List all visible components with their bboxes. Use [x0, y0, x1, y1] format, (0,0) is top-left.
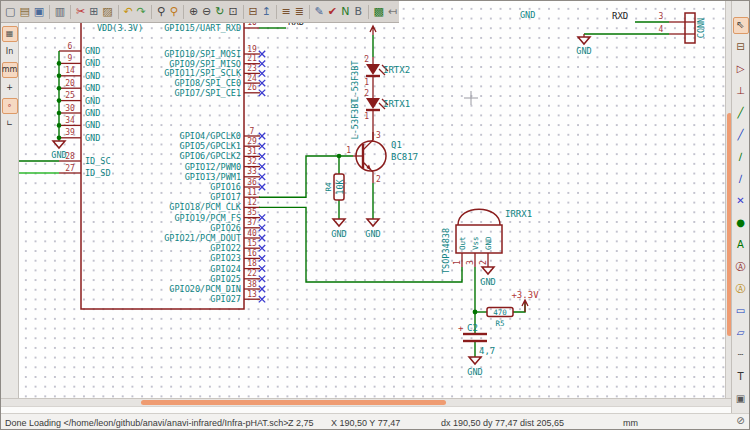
power-33v[interactable]: +3.3V [511, 290, 539, 312]
undo-button[interactable]: ↶ [122, 3, 133, 21]
place-graphic-line-button[interactable]: ┄ [733, 347, 749, 364]
bus-to-bus-entry-button[interactable]: ∕ [733, 171, 749, 188]
place-hierarchical-label-icon: Ⓐ [736, 281, 746, 297]
paste-button[interactable]: ▨ [101, 3, 113, 21]
pin-number-9: 9 [68, 54, 73, 63]
place-text-button[interactable]: T [733, 369, 749, 386]
zoom-fit-button[interactable]: ⊡ [228, 3, 239, 21]
place-hierarchical-sheet-icon: ▭ [736, 303, 745, 319]
highlight-net-button[interactable]: ⊟ [733, 39, 749, 56]
annotate-schematic-icon: ✎ [315, 4, 324, 20]
pin-number-19: 19 [247, 45, 257, 54]
zoom-redraw-button[interactable]: ↻ [214, 3, 225, 21]
run-pcbnew-button[interactable]: ▩ [372, 3, 384, 21]
open-schematic-button[interactable]: ▤ [18, 3, 30, 21]
find-replace-button[interactable]: ⚲ [168, 3, 179, 21]
pin-number-18: 18 [247, 259, 257, 268]
zoom-in-button[interactable]: ⊕ [188, 3, 199, 21]
place-power-port-button[interactable]: ⊥ [733, 83, 749, 100]
power-gnd-c2[interactable]: GND [467, 357, 482, 377]
cursor-tool-button[interactable]: ⇖ [733, 17, 749, 34]
component-r4-resistor[interactable]: R4 10K [324, 174, 345, 200]
annotate-schematic-button[interactable]: ✎ [314, 3, 325, 21]
schematic-canvas[interactable]: VDD(3.3V) GPIO15/UART_RXD 10 6GND9GND14G… [19, 1, 725, 398]
copy-button[interactable]: ⊞ [88, 3, 99, 21]
redo-button[interactable]: ↷ [136, 3, 147, 21]
component-rpi-header[interactable]: VDD(3.3V) GPIO15/UART_RXD 10 6GND9GND14G… [57, 11, 266, 309]
library-editor-button[interactable]: ≡ [280, 3, 291, 21]
wire-to-bus-entry-button[interactable]: ∕ [733, 149, 749, 166]
back-import-button[interactable]: ↤ [387, 3, 398, 21]
place-bus-button[interactable]: ╱ [733, 127, 749, 144]
power-gnd-irrx[interactable]: GND [480, 267, 495, 287]
component-irtx2-led[interactable]: 2 1 IRTX2 L-53F3BT [350, 55, 410, 101]
erc-check-button[interactable]: ✔ [327, 3, 338, 21]
bus-to-bus-entry-icon: ∕ [739, 171, 742, 187]
pin-number-15: 15 [247, 239, 257, 248]
pin-number-26: 26 [247, 83, 257, 92]
pin-name-35: GPIO19/PCM_FS [174, 213, 241, 223]
component-c2-capacitor[interactable]: + C2 4,7 [458, 323, 495, 356]
library-browser-button[interactable]: ≣ [294, 3, 305, 21]
place-global-label-button[interactable]: Ⓐ [733, 259, 749, 276]
pin-number-13: 13 [247, 290, 257, 299]
generate-netlist-button[interactable]: N [340, 3, 351, 21]
cut-icon: ✂ [76, 4, 85, 20]
place-image-button[interactable]: ▣ [733, 391, 749, 408]
horizontal-scrollbar-thumb[interactable] [141, 400, 446, 405]
zoom-out-button[interactable]: ⊖ [201, 3, 212, 21]
transistor-value: BC817 [391, 152, 418, 162]
toggle-grid-button[interactable]: ▦ [2, 26, 18, 42]
pin-name-24: GPIO8/SPI_CE0 [174, 78, 241, 88]
transistor-ref: Q1 [391, 140, 402, 150]
save-button[interactable]: ▣ [33, 3, 45, 21]
irrx-pin-vss: Vss [471, 236, 480, 250]
component-conn[interactable]: GND RXD 3 4 CONN [520, 10, 706, 43]
new-schematic-button[interactable]: ▢ [4, 3, 16, 21]
no-connect-flag-button[interactable]: ✕ [733, 193, 749, 210]
crosshair-cursor [464, 91, 478, 105]
units-inches-button[interactable]: In [2, 44, 18, 60]
show-hidden-pins-button[interactable]: ∘ [2, 98, 18, 114]
status-zoom: Z 2,75 [288, 418, 314, 428]
cut-button[interactable]: ✂ [75, 3, 86, 21]
toolbar-separator [243, 5, 244, 19]
pin-name-gnd: GND [85, 83, 100, 93]
irrx-dome [458, 209, 500, 225]
bill-of-materials-button[interactable]: B [353, 3, 364, 21]
leave-sheet-button[interactable]: ↥ [261, 3, 272, 21]
power-gnd-r4[interactable]: GND [331, 219, 346, 239]
place-wire-button[interactable]: ╱ [733, 105, 749, 122]
junction-dot [473, 310, 478, 315]
schematic-drawing[interactable]: VDD(3.3V) GPIO15/UART_RXD 10 6GND9GND14G… [19, 1, 725, 398]
find-button[interactable]: ⚲ [155, 3, 166, 21]
place-text-icon: T [737, 369, 743, 385]
component-irrx1-receiver[interactable]: IRRX1 TSOP34838 Out Vss GND 1 3 2 [441, 209, 532, 274]
component-r5-resistor[interactable]: 470 R5 [487, 308, 513, 329]
status-bar: Done Loading </home/leon/github/anavi/an… [1, 413, 750, 430]
orthogonal-wires-button[interactable]: ∟ [2, 116, 18, 132]
pin-name-33: GPIO13/PWM1 [185, 172, 241, 182]
horizontal-scrollbar[interactable] [1, 398, 733, 406]
print-button[interactable]: ▥ [54, 3, 66, 21]
delete-item-button[interactable]: ⊘ [733, 413, 749, 430]
options-toolbar: ▦Inmm+∘∟ [1, 1, 19, 398]
gnd-text: GND [480, 277, 495, 287]
power-gnd-conn[interactable]: GND [576, 34, 591, 56]
navigate-hierarchy-button[interactable]: ⊟ [247, 3, 258, 21]
place-hierarchical-sheet-button[interactable]: ▭ [733, 303, 749, 320]
cursor-shape-button[interactable]: + [2, 80, 18, 96]
power-gnd-emitter[interactable]: GND [365, 219, 380, 239]
ic-pin-name-vdd: VDD(3.3V) [97, 23, 143, 33]
pin-number-23: 23 [247, 64, 257, 73]
pin-name-gnd: GND [85, 71, 100, 81]
leave-sheet-icon: ↥ [262, 4, 271, 20]
place-component-button[interactable]: ▷ [733, 61, 749, 78]
wire-gpio18-irrx[interactable] [259, 207, 462, 282]
place-junction-button[interactable]: ● [733, 215, 749, 232]
power-gnd-rail[interactable]: GND [51, 141, 66, 160]
place-net-label-button[interactable]: A [733, 237, 749, 254]
import-sheet-pin-button[interactable]: ▱ [733, 325, 749, 342]
units-mm-button[interactable]: mm [2, 62, 18, 78]
place-hierarchical-label-button[interactable]: Ⓐ [733, 281, 749, 298]
